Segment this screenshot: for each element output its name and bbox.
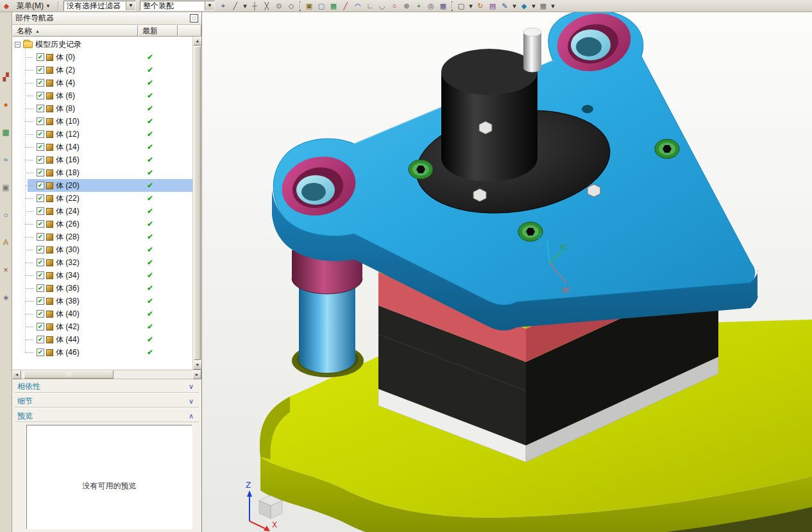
snap-intersection[interactable]: ╳ [261, 1, 273, 12]
collapse-icon[interactable]: − [15, 42, 21, 47]
tree-row[interactable]: ✔ 体 (6) ✔ [12, 89, 192, 102]
selection-scope-combobox[interactable]: 整个装配 ▼ [140, 1, 215, 11]
show-solid[interactable]: ▣ [303, 1, 315, 12]
scroll-down-button[interactable]: ▼ [193, 361, 202, 370]
horizontal-scroll-thumb[interactable] [24, 370, 114, 379]
tree-row[interactable]: ✔ 体 (26) ✔ [12, 218, 192, 230]
shaded-view[interactable]: ◆ [518, 1, 530, 12]
tree-row[interactable]: ✔ 体 (0) ✔ [12, 51, 192, 64]
tree-row[interactable]: ✔ 体 (22) ✔ [12, 192, 192, 205]
tree-root-row[interactable]: − 模型历史记录 [12, 38, 192, 51]
visibility-checkbox[interactable]: ✔ [37, 207, 44, 215]
visibility-checkbox[interactable]: ✔ [37, 156, 44, 164]
sketch-fillet[interactable]: ◡ [376, 1, 388, 12]
visibility-checkbox[interactable]: ✔ [37, 53, 44, 61]
layer-settings[interactable]: ▤ [487, 1, 498, 12]
scroll-left-button[interactable]: ◄ [12, 370, 21, 379]
column-header-name[interactable]: 名称 ▲ [12, 25, 138, 37]
horizontal-scroll-track[interactable] [21, 370, 192, 379]
tree-row[interactable]: ✔ 体 (14) ✔ [12, 141, 192, 153]
visibility-checkbox[interactable]: ✔ [37, 169, 44, 176]
refresh-view[interactable]: ↻ [475, 1, 486, 12]
tree-row[interactable]: ✔ 体 (34) ✔ [12, 269, 192, 282]
graphics-viewport[interactable]: ZC YC XC Z X [202, 12, 812, 532]
more-display[interactable]: ▦ [537, 1, 549, 12]
web-browser[interactable]: ○ [1, 209, 12, 220]
visibility-checkbox[interactable]: ✔ [37, 182, 44, 189]
snap-point[interactable]: ⌖ [217, 1, 229, 12]
edit-object-display[interactable]: ✎ [499, 1, 511, 12]
visibility-checkbox[interactable]: ✔ [37, 310, 44, 318]
tree-row[interactable]: ✔ 体 (30) ✔ [12, 243, 192, 256]
panel-float-button[interactable]: □ [190, 14, 198, 22]
tree-horizontal-scrollbar[interactable]: ◄ ► [12, 370, 201, 379]
chevron-up-icon[interactable]: ∧ [189, 412, 194, 420]
sketch-point[interactable]: + [413, 1, 425, 12]
chevron-down-icon[interactable]: ∨ [189, 382, 194, 391]
selection-scope-dropdown-icon[interactable]: ▼ [205, 1, 214, 10]
shank-pin[interactable] [523, 28, 541, 73]
tree-row[interactable]: ✔ 体 (20) ✔ [12, 179, 192, 192]
selection-filter-dropdown-icon[interactable]: ▼ [126, 1, 135, 10]
more-dropdown[interactable]: ▾ [550, 1, 556, 12]
visibility-checkbox[interactable]: ✔ [37, 105, 44, 112]
tree-row[interactable]: ✔ 体 (42) ✔ [12, 320, 192, 333]
visibility-checkbox[interactable]: ✔ [37, 271, 44, 279]
assembly-navigator[interactable]: ≈ [1, 154, 12, 165]
tree-row[interactable]: ✔ 体 (4) ✔ [12, 76, 192, 89]
show-wireframe[interactable]: ▢ [316, 1, 327, 12]
snap-options-dropdown[interactable]: ▾ [242, 1, 248, 12]
visibility-checkbox[interactable]: ✔ [37, 284, 44, 292]
scroll-right-button[interactable]: ► [192, 370, 201, 379]
tree-row[interactable]: ✔ 体 (18) ✔ [12, 166, 192, 179]
pattern-grid[interactable]: ▦ [437, 1, 449, 12]
tools-palette[interactable]: ∗ [1, 292, 12, 303]
tree-row[interactable]: ✔ 体 (10) ✔ [12, 115, 192, 128]
menu-button[interactable]: 菜单(M) ▼ [13, 1, 55, 12]
constraint-navigator[interactable]: ▣ [1, 182, 12, 193]
orient-view-dropdown[interactable]: ▾ [468, 1, 474, 12]
vertical-scroll-thumb[interactable] [194, 46, 201, 360]
sketch-line[interactable]: ╱ [340, 1, 351, 12]
visibility-checkbox[interactable]: ✔ [37, 336, 44, 343]
visibility-checkbox[interactable]: ✔ [37, 348, 44, 356]
close-palette[interactable]: × [1, 264, 12, 275]
tree-row[interactable]: ✔ 体 (40) ✔ [12, 307, 192, 320]
part-navigator[interactable]: ▦ [1, 126, 12, 137]
snap-arc-center[interactable]: ⊙ [273, 1, 285, 12]
display-dropdown[interactable]: ▾ [511, 1, 518, 12]
tree-row[interactable]: ✔ 体 (32) ✔ [12, 256, 192, 269]
visibility-checkbox[interactable]: ✔ [37, 297, 44, 305]
visibility-checkbox[interactable]: ✔ [37, 117, 44, 125]
chevron-down-icon[interactable]: ∨ [189, 397, 194, 406]
tree-row[interactable]: ✔ 体 (16) ✔ [12, 153, 192, 166]
scroll-up-button[interactable]: ▲ [193, 37, 202, 46]
visibility-checkbox[interactable]: ✔ [37, 220, 44, 228]
tree-row[interactable]: ✔ 体 (28) ✔ [12, 230, 192, 243]
tree-row[interactable]: ✔ 体 (8) ✔ [12, 102, 192, 115]
visibility-checkbox[interactable]: ✔ [37, 323, 44, 330]
visibility-checkbox[interactable]: ✔ [37, 130, 44, 138]
tree-row[interactable]: ✔ 体 (12) ✔ [12, 128, 192, 141]
snap-endpoint[interactable]: ╱ [230, 1, 241, 12]
visibility-checkbox[interactable]: ✔ [37, 79, 44, 87]
sketch-arc[interactable]: ◠ [352, 1, 364, 12]
sketch-circle[interactable]: ○ [389, 1, 400, 12]
visibility-checkbox[interactable]: ✔ [37, 246, 44, 253]
sketch-profile[interactable]: ∟ [364, 1, 376, 12]
visibility-checkbox[interactable]: ✔ [37, 92, 44, 99]
tree-vertical-scrollbar[interactable]: ▲ ▼ [192, 37, 201, 370]
visibility-checkbox[interactable]: ✔ [37, 233, 44, 241]
visibility-checkbox[interactable]: ✔ [37, 66, 44, 74]
materials-palette[interactable]: ● [1, 99, 12, 110]
fit-view[interactable]: ▢ [455, 1, 467, 12]
color-role[interactable]: ▦ [328, 1, 339, 12]
snap-quadrant[interactable]: ◇ [285, 1, 297, 12]
tree-row[interactable]: ✔ 体 (46) ✔ [12, 346, 192, 359]
shank-cylinder-body[interactable] [441, 49, 537, 182]
visibility-checkbox[interactable]: ✔ [37, 143, 44, 151]
sketch-ellipse[interactable]: ◎ [425, 1, 437, 12]
tree-row[interactable]: ✔ 体 (44) ✔ [12, 333, 192, 346]
snap-midpoint[interactable]: ┼ [249, 1, 260, 12]
selection-filter-combobox[interactable]: 没有选择过滤器 ▼ [63, 1, 136, 11]
